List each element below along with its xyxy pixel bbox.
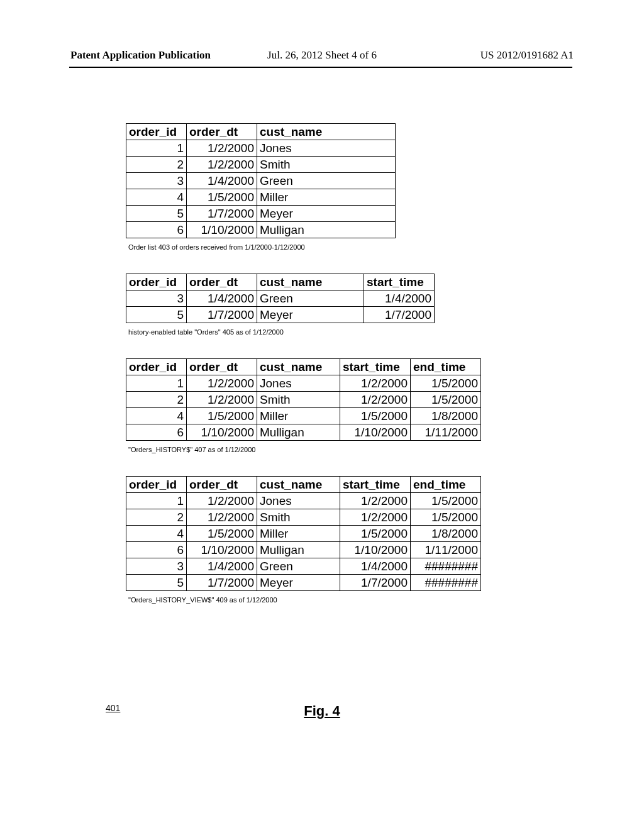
col-header-order-dt: order_dt xyxy=(187,124,257,140)
table-row: 51/7/2000Meyer1/7/2000######## xyxy=(126,575,481,591)
table-row: 41/5/2000Miller xyxy=(126,189,396,206)
table-row: 51/7/2000Meyer xyxy=(126,206,396,222)
table-row: 31/4/2000Green xyxy=(126,173,396,189)
table-row: 11/2/2000Jones1/2/20001/5/2000 xyxy=(126,493,481,509)
table-header-row: order_id order_dt cust_name xyxy=(126,124,396,140)
table-row: 31/4/2000Green1/4/2000 xyxy=(126,290,435,307)
col-header-order-dt: order_dt xyxy=(187,274,257,290)
col-header-start-time: start_time xyxy=(340,477,411,493)
col-header-end-time: end_time xyxy=(411,359,481,375)
col-header-order-id: order_id xyxy=(126,274,187,290)
page-header: Patent Application Publication Jul. 26, … xyxy=(0,49,644,62)
orders-list-caption: Order list 403 of orders received from 1… xyxy=(128,243,516,251)
table-row: 61/10/2000Mulligan xyxy=(126,222,396,238)
figure-content: order_id order_dt cust_name 11/2/2000Jon… xyxy=(126,123,516,626)
table-row: 61/10/2000Mulligan1/10/20001/11/2000 xyxy=(126,542,481,558)
orders-history-table: order_id order_dt cust_name start_time e… xyxy=(126,358,481,441)
figure-title: Fig. 4 xyxy=(0,703,644,719)
col-header-cust-name: cust_name xyxy=(257,274,364,290)
table-row: 11/2/2000Jones xyxy=(126,140,396,157)
col-header-end-time: end_time xyxy=(411,477,481,493)
orders-list-table: order_id order_dt cust_name 11/2/2000Jon… xyxy=(126,123,396,238)
col-header-start-time: start_time xyxy=(364,274,435,290)
col-header-order-id: order_id xyxy=(126,124,187,140)
table-row: 51/7/2000Meyer1/7/2000 xyxy=(126,307,435,323)
table-row: 21/2/2000Smith xyxy=(126,157,396,173)
col-header-order-dt: order_dt xyxy=(187,359,257,375)
page: Patent Application Publication Jul. 26, … xyxy=(0,0,644,830)
col-header-order-id: order_id xyxy=(126,359,187,375)
table-row: 21/2/2000Smith1/2/20001/5/2000 xyxy=(126,509,481,526)
col-header-cust-name: cust_name xyxy=(257,359,340,375)
header-rule xyxy=(69,67,572,68)
col-header-cust-name: cust_name xyxy=(257,477,340,493)
orders-history-caption: "Orders_HISTORY$" 407 as of 1/12/2000 xyxy=(128,446,516,453)
table-row: 31/4/2000Green1/4/2000######## xyxy=(126,558,481,575)
table-row: 41/5/2000Miller1/5/20001/8/2000 xyxy=(126,526,481,542)
history-enabled-caption: history-enabled table "Orders" 405 as of… xyxy=(128,328,516,336)
table-row: 41/5/2000Miller1/5/20001/8/2000 xyxy=(126,408,481,424)
col-header-order-id: order_id xyxy=(126,477,187,493)
col-header-start-time: start_time xyxy=(340,359,411,375)
orders-history-view-caption: "Orders_HISTORY_VIEW$" 409 as of 1/12/20… xyxy=(128,596,516,604)
table-header-row: order_id order_dt cust_name start_time e… xyxy=(126,477,481,493)
table-header-row: order_id order_dt cust_name start_time xyxy=(126,274,435,290)
col-header-order-dt: order_dt xyxy=(187,477,257,493)
header-center: Jul. 26, 2012 Sheet 4 of 6 xyxy=(0,49,644,62)
table-row: 21/2/2000Smith1/2/20001/5/2000 xyxy=(126,392,481,408)
col-header-cust-name: cust_name xyxy=(257,124,396,140)
history-enabled-table: order_id order_dt cust_name start_time 3… xyxy=(126,274,435,323)
table-row: 61/10/2000Mulligan1/10/20001/11/2000 xyxy=(126,424,481,441)
orders-history-view-table: order_id order_dt cust_name start_time e… xyxy=(126,476,481,591)
table-row: 11/2/2000Jones1/2/20001/5/2000 xyxy=(126,375,481,392)
table-header-row: order_id order_dt cust_name start_time e… xyxy=(126,359,481,375)
